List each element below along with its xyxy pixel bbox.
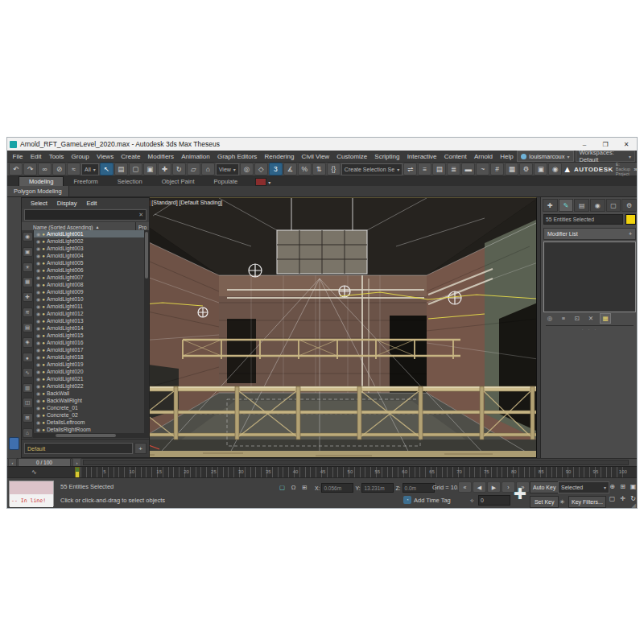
align-icon[interactable]: ≡ xyxy=(418,163,431,175)
make-unique-icon[interactable]: ⊡ xyxy=(572,314,582,323)
menu-item[interactable]: Civil View xyxy=(298,153,333,160)
render-setup-icon[interactable]: ⚙ xyxy=(519,163,533,175)
current-frame-field[interactable]: 0 xyxy=(478,495,510,506)
toolbar-overflow-button[interactable]: » xyxy=(634,166,637,173)
menu-item[interactable]: Modifiers xyxy=(144,153,178,160)
list-item[interactable]: ◉ ● ArnoldLight019 xyxy=(34,361,144,368)
go-to-start-button[interactable]: « xyxy=(458,481,472,493)
selection-set-dropdown[interactable]: Selected ▾ xyxy=(558,481,609,493)
edit-named-selection-sets-icon[interactable]: {} xyxy=(327,163,341,175)
mini-curve-editor-icon[interactable]: ∿ xyxy=(31,469,37,476)
absolute-offset-toggle-icon[interactable]: ⊞ xyxy=(300,483,309,492)
filter-containers-icon[interactable]: ▥ xyxy=(23,383,33,393)
visibility-eye-icon[interactable]: ◉ xyxy=(36,231,40,237)
menu-item[interactable]: Content xyxy=(440,153,470,160)
visibility-eye-icon[interactable]: ◉ xyxy=(36,275,40,280)
previous-frame-button[interactable]: ◀ xyxy=(473,481,486,493)
bind-to-space-warp-icon[interactable]: ≈ xyxy=(67,163,80,175)
list-item[interactable]: ◉ ● Concrete_02 xyxy=(34,411,144,419)
list-item[interactable]: ◉ ● ArnoldLight017 xyxy=(34,346,144,353)
menu-item[interactable]: Customize xyxy=(333,153,371,160)
isolate-selection-icon[interactable]: ▢ xyxy=(278,483,287,492)
select-and-move-icon[interactable]: ✚ xyxy=(158,163,171,175)
filter-helpers-icon[interactable]: ✚ xyxy=(23,292,33,302)
filter-xrefs-icon[interactable]: ◈ xyxy=(23,337,33,347)
x-coordinate-field[interactable]: 0.056m xyxy=(321,483,353,493)
list-item[interactable]: ◉ ● ArnoldLight004 xyxy=(34,252,144,259)
ribbon-tab[interactable]: Object Paint xyxy=(152,177,204,186)
list-item[interactable]: ◉ ● ArnoldLight002 xyxy=(34,237,144,245)
polygon-modeling-panel[interactable]: Polygon Modeling xyxy=(7,186,69,196)
add-layer-button[interactable]: + xyxy=(134,443,147,454)
auto-key-button[interactable]: Auto Key xyxy=(530,481,559,493)
menu-item[interactable]: Scripting xyxy=(371,153,403,160)
use-pivot-point-center-icon[interactable]: ◎ xyxy=(240,163,254,175)
list-item[interactable]: ◉ ● ArnoldLight015 xyxy=(34,332,144,339)
ribbon-tab[interactable]: Populate xyxy=(204,177,248,186)
modifier-stack[interactable] xyxy=(543,242,636,312)
toggle-layer-explorer-icon[interactable]: ▤ xyxy=(432,163,446,175)
menu-item[interactable]: Interactive xyxy=(403,153,440,160)
menu-item[interactable]: Rendering xyxy=(261,153,298,160)
visibility-eye-icon[interactable]: ◉ xyxy=(36,282,40,287)
list-item[interactable]: ◉ ● ArnoldLight018 xyxy=(34,353,144,361)
visibility-eye-icon[interactable]: ◉ xyxy=(36,354,40,360)
visibility-eye-icon[interactable]: ◉ xyxy=(36,361,40,367)
user-account-button[interactable]: louismarcoux ▾ xyxy=(517,151,573,162)
visibility-eye-icon[interactable]: ◉ xyxy=(36,260,40,266)
menu-item[interactable]: Graph Editors xyxy=(213,153,261,160)
configure-modifier-sets-icon[interactable]: ▦ xyxy=(600,313,611,324)
filter-shapes-icon[interactable]: ◫ xyxy=(23,398,33,407)
filter-bones-icon[interactable]: ∿ xyxy=(23,368,33,378)
motion-tab-icon[interactable]: ◉ xyxy=(590,199,605,212)
angle-snap-toggle-icon[interactable]: ∡ xyxy=(283,163,297,175)
clear-search-icon[interactable]: ✕ xyxy=(138,212,146,218)
visibility-eye-icon[interactable]: ◉ xyxy=(36,246,40,251)
visibility-eye-icon[interactable]: ◉ xyxy=(36,340,40,345)
viewport-canvas[interactable]: [+] [Perspective] [Standard] [Default Sh… xyxy=(105,197,537,458)
ribbon-tab[interactable]: Freeform xyxy=(64,177,107,186)
explorer-vertical-scrollbar[interactable] xyxy=(144,230,149,438)
filter-cameras-icon[interactable]: ▦ xyxy=(23,277,33,287)
menu-item[interactable]: File xyxy=(9,153,27,160)
schematic-view-icon[interactable]: # xyxy=(490,163,504,175)
utilities-tab-icon[interactable]: ⚙ xyxy=(621,199,637,212)
modifier-list-dropdown[interactable]: Modifier List + xyxy=(543,228,636,240)
visibility-eye-icon[interactable]: ◉ xyxy=(36,267,40,273)
menu-item[interactable]: Tools xyxy=(45,153,68,160)
create-tab-icon[interactable]: ✚ xyxy=(543,199,558,212)
visibility-eye-icon[interactable]: ◉ xyxy=(36,412,40,418)
zoom-region-icon[interactable]: ▢ xyxy=(608,493,617,504)
select-and-place-icon[interactable]: ⌂ xyxy=(201,163,215,175)
filter-lights-icon[interactable]: ☀ xyxy=(23,262,33,272)
ribbon-config-button[interactable]: ▾ xyxy=(255,178,270,186)
explorer-menu-item[interactable]: Display xyxy=(53,200,81,207)
visibility-eye-icon[interactable]: ◉ xyxy=(36,347,40,353)
visibility-eye-icon[interactable]: ◉ xyxy=(36,238,40,244)
active-layer-dropdown[interactable]: Default xyxy=(24,443,133,454)
select-and-link-icon[interactable]: ∞ xyxy=(38,163,52,175)
time-slider-track[interactable] xyxy=(83,460,629,465)
workspaces-dropdown[interactable]: Workspaces: Default ▾ xyxy=(576,151,636,162)
explorer-horizontal-scrollbar[interactable] xyxy=(33,433,144,438)
visibility-eye-icon[interactable]: ◉ xyxy=(36,369,40,374)
remove-modifier-icon[interactable]: ✕ xyxy=(586,314,596,323)
spinner-snap-toggle-icon[interactable]: ⇅ xyxy=(312,163,326,175)
key-filters-button[interactable]: Key Filters... xyxy=(568,496,606,508)
list-item[interactable]: ◉ ● ArnoldLight014 xyxy=(34,324,144,332)
display-tab-icon[interactable]: ▢ xyxy=(606,199,621,212)
list-item[interactable]: ◉ ● ArnoldLight020 xyxy=(34,368,144,375)
navigation-cross-icon[interactable]: ✚ xyxy=(511,481,529,506)
snaps-toggle-icon[interactable]: 3 xyxy=(269,163,283,175)
filter-groups-icon[interactable]: ▤ xyxy=(23,323,33,332)
menu-item[interactable]: Help xyxy=(497,153,518,160)
add-time-tag[interactable]: ◔ Add Time Tag xyxy=(403,496,451,504)
select-object-icon[interactable]: ↖ xyxy=(100,163,114,175)
visibility-eye-icon[interactable]: ◉ xyxy=(36,383,40,389)
list-item[interactable]: ◉ ● ArnoldLight006 xyxy=(34,266,144,274)
set-key-button[interactable]: Set Key xyxy=(530,496,559,508)
list-item[interactable]: ◉ ● ArnoldLight007 xyxy=(34,274,144,281)
filter-materials-icon[interactable]: ● xyxy=(23,353,33,362)
show-end-result-icon[interactable]: ≡ xyxy=(559,314,568,323)
selection-lock-icon[interactable]: Ω xyxy=(289,483,298,492)
